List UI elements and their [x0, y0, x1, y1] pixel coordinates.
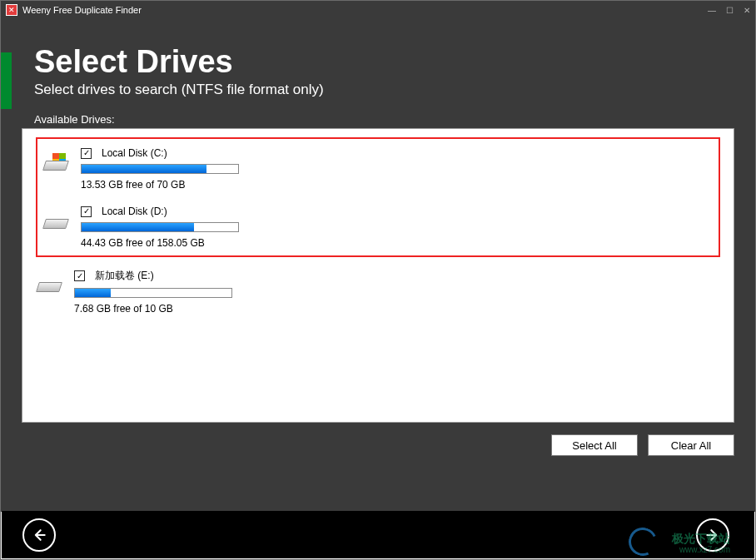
drive-usage-fill [75, 289, 111, 297]
drive-free-text: 7.68 GB free of 10 GB [74, 303, 720, 315]
drive-row[interactable]: ✓ Local Disk (D:) 44.43 GB free of 158.0… [42, 202, 714, 252]
close-button[interactable]: ✕ [744, 6, 750, 15]
clear-all-button[interactable]: Clear All [648, 434, 734, 456]
drive-row[interactable]: ✓ Local Disk (C:) 13.53 GB free of 70 GB [42, 144, 714, 202]
app-icon: ✕ [6, 4, 17, 16]
drive-usage-fill [82, 223, 194, 231]
button-row: Select All Clear All [22, 434, 734, 456]
drive-checkbox[interactable]: ✓ [81, 206, 92, 217]
drive-usage-bar [74, 288, 232, 298]
back-button[interactable] [22, 518, 56, 552]
main-area: Select Drives Select drives to search (N… [1, 19, 755, 512]
page-title: Select Drives [22, 19, 734, 80]
drive-free-text: 13.53 GB free of 70 GB [81, 179, 714, 191]
drive-icon-hdd [36, 275, 62, 297]
drive-name: 新加载卷 (E:) [95, 269, 154, 283]
titlebar: ✕ Weeny Free Duplicate Finder — ☐ ✕ [1, 1, 755, 19]
page-subtitle: Select drives to search (NTFS file forma… [22, 82, 734, 98]
arrow-right-icon [704, 527, 721, 543]
drive-icon-windows [42, 154, 69, 176]
select-all-button[interactable]: Select All [551, 434, 638, 456]
drive-usage-fill [82, 165, 206, 173]
drive-checkbox[interactable]: ✓ [81, 148, 92, 159]
drive-usage-bar [81, 222, 239, 232]
drive-name: Local Disk (D:) [102, 206, 167, 217]
highlight-box: ✓ Local Disk (C:) 13.53 GB free of 70 GB… [36, 137, 720, 257]
drive-row[interactable]: ✓ 新加载卷 (E:) 7.68 GB free of 10 GB [36, 265, 720, 326]
window-title: Weeny Free Duplicate Finder [22, 5, 142, 15]
drives-panel: ✓ Local Disk (C:) 13.53 GB free of 70 GB… [22, 128, 734, 423]
next-button[interactable] [696, 518, 729, 552]
maximize-button[interactable]: ☐ [726, 6, 734, 15]
arrow-left-icon [31, 527, 47, 543]
drive-name: Local Disk (C:) [102, 147, 167, 159]
drive-checkbox[interactable]: ✓ [74, 270, 85, 281]
accent-bar [1, 52, 12, 109]
available-drives-label: Available Drives: [22, 113, 734, 126]
drive-free-text: 44.43 GB free of 158.05 GB [81, 237, 714, 249]
minimize-button[interactable]: — [708, 6, 716, 15]
drive-usage-bar [81, 164, 239, 174]
footer [2, 511, 754, 558]
drive-icon-hdd [42, 212, 69, 234]
